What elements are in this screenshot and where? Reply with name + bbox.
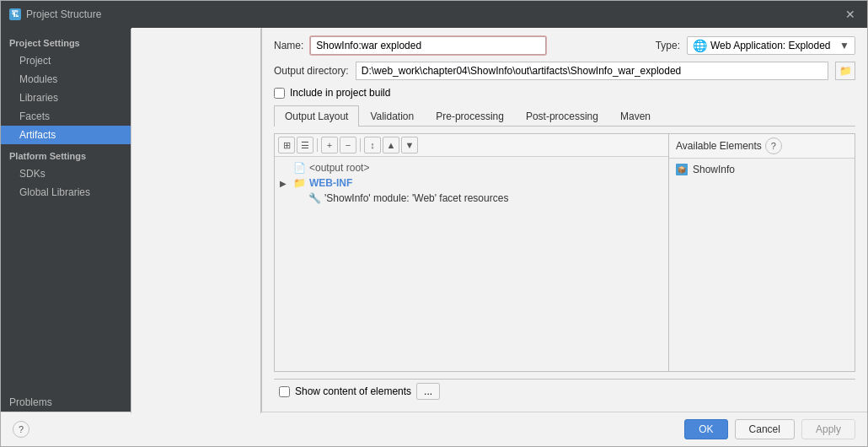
available-item-showinfo[interactable]: 📦 ShowInfo: [676, 162, 848, 177]
include-label: Include in project build: [290, 87, 390, 99]
name-input[interactable]: [310, 36, 546, 55]
sidebar: Project Settings Project Modules Librari…: [1, 28, 131, 412]
help-button[interactable]: ?: [13, 421, 29, 438]
webinf-icon: 📁: [293, 177, 306, 189]
content-area: Project Settings Project Modules Librari…: [1, 28, 867, 412]
tree-item-webinf[interactable]: ▶ 📁 WEB-INF: [278, 175, 665, 191]
layout-add-btn[interactable]: +: [321, 137, 338, 153]
sidebar-item-libraries[interactable]: Libraries: [1, 89, 131, 107]
cancel-button[interactable]: Cancel: [735, 419, 795, 439]
tabs-strip: Output Layout Validation Pre-processing …: [274, 105, 855, 127]
sidebar-item-artifacts[interactable]: Artifacts: [1, 126, 131, 144]
sidebar-item-project[interactable]: Project: [1, 51, 131, 70]
browse-folder-button[interactable]: 📁: [835, 62, 855, 80]
available-item-label: ShowInfo: [693, 164, 735, 175]
tab-validation[interactable]: Validation: [359, 105, 425, 127]
bottom-strip: Show content of elements ...: [274, 379, 855, 403]
show-content-checkbox[interactable]: [279, 386, 290, 397]
type-select-arrow: ▼: [839, 40, 849, 51]
tab-output-layout[interactable]: Output Layout: [274, 105, 359, 127]
layout-up-btn[interactable]: ▲: [383, 137, 399, 153]
webinf-label: WEB-INF: [309, 177, 352, 189]
title-bar: 🏗 Project Structure ✕: [1, 1, 867, 28]
module-label: 'ShowInfo' module: 'Web' facet resources: [324, 192, 508, 204]
sidebar-item-problems[interactable]: Problems: [1, 390, 131, 412]
output-dir-input[interactable]: [356, 62, 828, 80]
show-content-label: Show content of elements: [295, 385, 411, 397]
footer-left: ?: [13, 421, 29, 438]
output-layout-content: 📄 <output root> ▶ 📁 WEB-INF: [275, 157, 668, 371]
output-dir-row: Output directory: 📁: [274, 62, 855, 80]
layout-sort-btn[interactable]: ↕: [364, 137, 381, 153]
ok-button[interactable]: OK: [684, 419, 727, 439]
footer-right: OK Cancel Apply: [684, 419, 855, 439]
project-structure-dialog: 🏗 Project Structure ✕ Project Settings P…: [0, 0, 868, 447]
output-layout-pane: ⊞ ☰ + − ↕ ▲ ▼: [275, 134, 669, 371]
dialog-icon: 🏗: [9, 8, 21, 20]
available-elements-help[interactable]: ?: [765, 137, 782, 154]
name-row: Name: Type: 🌐 Web Application: Exploded …: [274, 36, 855, 55]
tab-pre-processing[interactable]: Pre-processing: [425, 105, 515, 127]
tree-item-output-root[interactable]: 📄 <output root>: [278, 160, 665, 175]
output-root-label: <output root>: [309, 162, 369, 174]
sidebar-item-sdks[interactable]: SDKs: [1, 164, 131, 183]
type-select[interactable]: 🌐 Web Application: Exploded ▼: [687, 36, 855, 55]
tab-maven[interactable]: Maven: [609, 105, 662, 127]
layout-tree-btn[interactable]: ⊞: [278, 137, 295, 153]
available-item-icon: 📦: [676, 164, 688, 175]
apply-button[interactable]: Apply: [801, 419, 855, 439]
available-elements-content: 📦 ShowInfo: [669, 159, 855, 371]
platform-settings-header: Platform Settings: [1, 144, 131, 164]
include-checkbox[interactable]: [274, 88, 285, 99]
output-dir-label: Output directory:: [274, 65, 349, 77]
layout-list-btn[interactable]: ☰: [297, 137, 313, 153]
sidebar-item-modules[interactable]: Modules: [1, 70, 131, 89]
webinf-arrow: ▶: [280, 179, 290, 188]
tab-post-processing[interactable]: Post-processing: [515, 105, 609, 127]
two-pane-area: ⊞ ☰ + − ↕ ▲ ▼: [274, 133, 855, 372]
output-layout-toolbar: ⊞ ☰ + − ↕ ▲ ▼: [275, 134, 668, 157]
dialog-title: Project Structure: [26, 8, 101, 20]
toolbar-separator2: [360, 138, 361, 152]
available-elements-header: Available Elements ?: [669, 134, 855, 159]
main-panel: + − ⧉ 🌐 ShowInfo:war exploded Name:: [131, 28, 867, 412]
available-elements-pane: Available Elements ? 📦 ShowInfo: [669, 134, 855, 371]
include-checkbox-row: Include in project build: [274, 87, 855, 99]
type-label: Type:: [656, 40, 680, 51]
tree-item-showinfo-module[interactable]: 🔧 'ShowInfo' module: 'Web' facet resourc…: [278, 191, 665, 206]
type-select-icon: 🌐: [693, 39, 707, 52]
show-content-row: Show content of elements: [279, 385, 411, 397]
project-settings-header: Project Settings: [1, 31, 131, 51]
dialog-footer: ? OK Cancel Apply: [1, 412, 867, 446]
module-icon: 🔧: [308, 192, 321, 204]
type-select-value: Web Application: Exploded: [710, 40, 831, 51]
toolbar-separator: [317, 138, 318, 152]
ellipsis-button[interactable]: ...: [416, 383, 440, 400]
layout-remove-btn[interactable]: −: [340, 137, 356, 153]
output-root-icon: 📄: [293, 162, 306, 174]
name-label: Name:: [274, 40, 303, 51]
right-panel: Name: Type: 🌐 Web Application: Exploded …: [262, 28, 867, 412]
close-button[interactable]: ✕: [842, 6, 859, 23]
available-elements-label: Available Elements: [676, 140, 762, 152]
layout-down-btn[interactable]: ▼: [401, 137, 418, 153]
title-bar-left: 🏗 Project Structure: [9, 8, 101, 20]
sidebar-item-global-libraries[interactable]: Global Libraries: [1, 183, 131, 202]
sidebar-item-facets[interactable]: Facets: [1, 107, 131, 126]
